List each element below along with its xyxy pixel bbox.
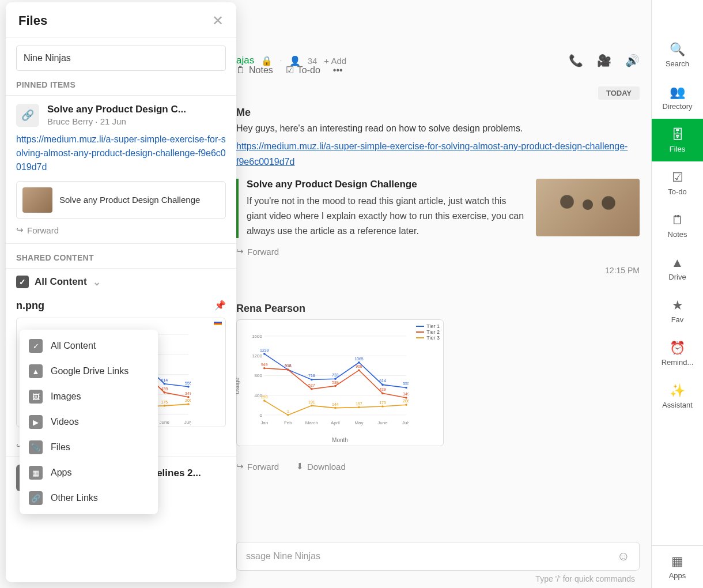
svg-point-38	[263, 367, 266, 370]
sidebar-item-files[interactable]: 🗄Files	[652, 119, 703, 161]
pinned-title[interactable]: Solve any Product Design C...	[47, 104, 186, 115]
svg-text:589: 589	[332, 380, 339, 385]
files-icon: 🗄	[671, 127, 684, 142]
forward-button[interactable]: ↪Forward	[236, 461, 279, 472]
svg-text:July: July	[402, 420, 409, 425]
svg-point-54	[311, 405, 313, 407]
filter-option-apps[interactable]: ▦Apps	[20, 460, 158, 485]
play-icon: ▶	[29, 415, 43, 429]
filter-option-files[interactable]: 📎Files	[20, 435, 158, 460]
svg-text:175: 175	[379, 401, 386, 405]
svg-point-42	[358, 369, 360, 371]
svg-text:191: 191	[308, 400, 315, 404]
link-preview[interactable]: Solve any Product Design Challenge If yo…	[236, 179, 640, 238]
date-badge: TODAY	[598, 86, 640, 100]
sidebar-item-todo[interactable]: ☑To-do	[652, 161, 703, 204]
pin-icon[interactable]: 📌	[214, 300, 226, 311]
more-menu[interactable]: •••	[333, 65, 343, 76]
svg-point-28	[358, 361, 360, 364]
sidebar-label: Files	[670, 145, 685, 153]
sidebar-label: Directory	[662, 102, 692, 111]
pinned-url[interactable]: https://medium.muz.li/a-super-simple-exe…	[16, 133, 226, 174]
svg-text:Jan: Jan	[260, 420, 268, 425]
add-member-button[interactable]: + Add	[324, 56, 346, 66]
svg-text:144: 144	[332, 402, 339, 406]
svg-text:175: 175	[161, 400, 168, 404]
filter-option-all[interactable]: ✓All Content	[20, 333, 158, 359]
sidebar-label: Notes	[668, 230, 687, 239]
svg-point-53	[287, 414, 289, 416]
preview-title: Solve any Product Design Challenge	[247, 179, 524, 190]
close-icon[interactable]: ✕	[212, 13, 224, 29]
svg-text:206: 206	[403, 399, 409, 403]
forward-button[interactable]: ↪Forward	[16, 225, 59, 235]
svg-text:May: May	[354, 420, 363, 425]
svg-point-58	[405, 404, 407, 406]
sidebar-item-directory[interactable]: 👥Directory	[652, 76, 703, 119]
directory-icon: 👥	[670, 85, 685, 100]
message-link[interactable]: https://medium.muz.li/a-super-simple-exe…	[236, 141, 628, 167]
sidebar-item-notes[interactable]: 🗒Notes	[652, 204, 703, 247]
sidebar-label: Assistant	[662, 401, 693, 409]
svg-text:0: 0	[259, 413, 262, 418]
message: Me Hey guys, here's an interesting read …	[236, 107, 640, 257]
filter-option-drive[interactable]: ▲Google Drive Links	[20, 359, 158, 384]
pinned-preview-card[interactable]: Solve any Product Design Challenge	[16, 181, 226, 219]
sidebar-label: Fav	[671, 315, 684, 324]
svg-point-102	[164, 391, 166, 394]
paperclip-icon: 📎	[29, 440, 43, 454]
download-icon: ⬇	[296, 461, 304, 472]
compose-box[interactable]: ssage Nine Ninjas ☺	[236, 542, 640, 571]
preview-image	[536, 179, 640, 236]
content-filter-menu: ✓All Content ▲Google Drive Links 🖼Images…	[20, 330, 158, 514]
download-button[interactable]: ⬇Download	[296, 461, 346, 472]
pinned-meta: Bruce Berry · 21 Jun	[47, 116, 186, 126]
content-filter-dropdown[interactable]: ✓ All Content ⌄	[6, 269, 236, 293]
sidebar-item-apps[interactable]: ▦Apps	[652, 545, 703, 588]
speaker-icon[interactable]: 🔊	[625, 54, 640, 67]
sidebar-item-fav[interactable]: ★Fav	[652, 289, 703, 332]
svg-point-52	[263, 399, 266, 402]
svg-text:1065: 1065	[354, 357, 364, 361]
sidebar-item-remind[interactable]: ⏰Remind...	[652, 332, 703, 375]
svg-point-26	[311, 379, 313, 381]
svg-point-55	[334, 407, 337, 409]
tab-notes[interactable]: 🗒Notes	[236, 65, 273, 76]
sidebar-label: Drive	[668, 273, 686, 281]
shared-filename[interactable]: n.png	[16, 300, 226, 312]
search-input[interactable]	[16, 46, 226, 71]
svg-point-117	[187, 403, 190, 405]
message-text: Hey guys, here's an interesting read on …	[236, 123, 640, 134]
tab-todo[interactable]: ☑To-do	[286, 65, 320, 76]
grid-icon: ▦	[29, 466, 43, 480]
filter-option-images[interactable]: 🖼Images	[20, 384, 158, 409]
drive-icon: ▲	[29, 364, 43, 378]
emoji-icon[interactable]: ☺	[617, 549, 630, 564]
chart-attachment[interactable]: 040080012001600JanFebMarchAprilMayJuneJu…	[236, 319, 444, 446]
forward-button[interactable]: ↪Forward	[236, 246, 279, 257]
svg-text:439: 439	[161, 387, 168, 391]
video-icon[interactable]: 🎥	[597, 54, 611, 67]
sidebar-item-assistant[interactable]: ✨Assistant	[652, 375, 703, 417]
svg-text:614: 614	[161, 378, 168, 382]
apps-icon: ▦	[671, 554, 683, 569]
svg-point-43	[381, 393, 384, 395]
todo-icon: ☑	[672, 170, 683, 185]
usage-chart: 040080012001600JanFebMarchAprilMayJuneJu…	[248, 331, 409, 429]
sidebar-item-search[interactable]: 🔍Search	[652, 33, 703, 76]
svg-text:290: 290	[261, 395, 268, 399]
link-icon: 🔗	[29, 491, 43, 505]
svg-text:349: 349	[403, 392, 409, 396]
filter-option-videos[interactable]: ▶Videos	[20, 409, 158, 435]
svg-text:918: 918	[285, 364, 292, 368]
clock-icon: ⏰	[670, 341, 685, 356]
call-icon[interactable]: 📞	[569, 54, 583, 67]
shared-section-label: SHARED CONTENT	[6, 244, 236, 268]
svg-point-24	[263, 353, 266, 355]
filter-label: All Content	[35, 276, 87, 288]
right-sidebar: 🔍Search 👥Directory 🗄Files ☑To-do 🗒Notes …	[651, 0, 703, 588]
forward-icon: ↪	[236, 246, 244, 257]
svg-point-40	[311, 388, 313, 390]
sidebar-item-drive[interactable]: ▲Drive	[652, 247, 703, 289]
filter-option-links[interactable]: 🔗Other Links	[20, 485, 158, 511]
